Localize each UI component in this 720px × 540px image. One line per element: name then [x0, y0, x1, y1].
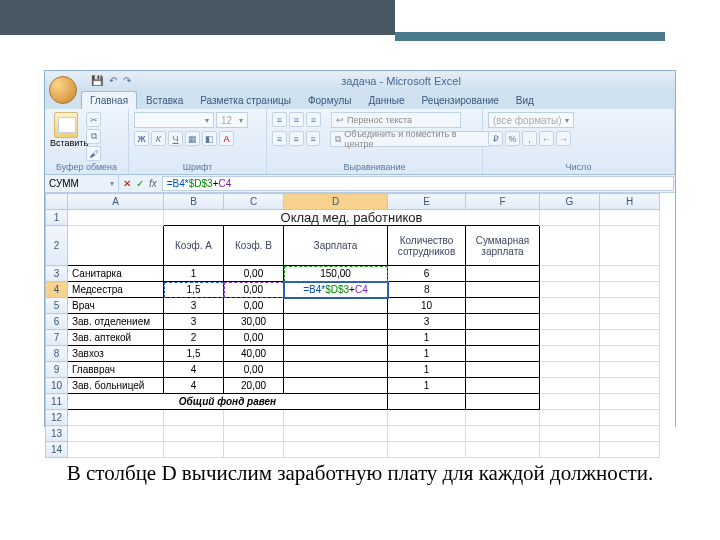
col-header-D[interactable]: D: [284, 194, 388, 210]
cell-salary: [284, 346, 388, 362]
office-button[interactable]: [49, 76, 77, 104]
tab-pagelayout[interactable]: Разметка страницы: [192, 92, 299, 109]
cancel-formula-icon[interactable]: ✕: [123, 178, 131, 189]
paste-button[interactable]: Вставить: [50, 112, 82, 148]
cell-count: 3: [388, 314, 466, 330]
cell-count: 1: [388, 330, 466, 346]
cell-coef-b: 0,00: [224, 282, 284, 298]
row-header-9[interactable]: 9: [46, 362, 68, 378]
titlebar: 💾 ↶ ↷ задача - Microsoft Excel: [45, 71, 675, 90]
percent-button[interactable]: %: [505, 131, 520, 146]
save-icon[interactable]: 💾: [91, 75, 103, 86]
wrap-text-button[interactable]: ↩Перенос текста: [331, 112, 461, 128]
border-button[interactable]: ▦: [185, 131, 200, 146]
tab-insert[interactable]: Вставка: [138, 92, 191, 109]
formula-input[interactable]: =B4*$D$3+C4: [162, 176, 674, 191]
clipboard-group-label: Буфер обмена: [50, 161, 123, 173]
row-header-2[interactable]: 2: [46, 226, 68, 266]
cell-sum: [466, 282, 540, 298]
align-top-button[interactable]: ≡: [272, 112, 287, 127]
cell-coef-a: 3: [164, 314, 224, 330]
underline-button[interactable]: Ч: [168, 131, 183, 146]
align-right-button[interactable]: ≡: [306, 131, 321, 146]
row-header-1[interactable]: 1: [46, 210, 68, 226]
cell-sum: [466, 298, 540, 314]
align-bot-button[interactable]: ≡: [306, 112, 321, 127]
row-header-3[interactable]: 3: [46, 266, 68, 282]
row-header-11[interactable]: 11: [46, 394, 68, 410]
currency-button[interactable]: ₽: [488, 131, 503, 146]
tab-view[interactable]: Вид: [508, 92, 542, 109]
row-header-13[interactable]: 13: [46, 426, 68, 442]
cell-name: Зав. аптекой: [68, 330, 164, 346]
dec-decimal-button[interactable]: →: [556, 131, 571, 146]
row-header-6[interactable]: 6: [46, 314, 68, 330]
cell-coef-b: 0,00: [224, 298, 284, 314]
cell-sum: [466, 314, 540, 330]
align-center-button[interactable]: ≡: [289, 131, 304, 146]
cell-coef-b: 40,00: [224, 346, 284, 362]
accept-formula-icon[interactable]: ✓: [136, 178, 144, 189]
cell-count: 8: [388, 282, 466, 298]
row-header-8[interactable]: 8: [46, 346, 68, 362]
cell-sum: [466, 346, 540, 362]
redo-icon[interactable]: ↷: [123, 75, 131, 86]
col-header-C[interactable]: C: [224, 194, 284, 210]
merge-icon: ⧉: [335, 134, 341, 145]
row-header-10[interactable]: 10: [46, 378, 68, 394]
cell-coef-a: 4: [164, 378, 224, 394]
tab-formulas[interactable]: Формулы: [300, 92, 360, 109]
cell-name: Зав. отделением: [68, 314, 164, 330]
cell-salary: [284, 298, 388, 314]
window-title: задача - Microsoft Excel: [131, 75, 671, 87]
font-size-combo[interactable]: 12▾: [216, 112, 248, 128]
row-header-7[interactable]: 7: [46, 330, 68, 346]
footer-label: Общий фонд равен: [68, 394, 388, 410]
font-name-combo[interactable]: ▾: [134, 112, 214, 128]
comma-button[interactable]: ,: [522, 131, 537, 146]
row-header-4[interactable]: 4: [46, 282, 68, 298]
spreadsheet-grid[interactable]: ABCDEFGH1Оклад мед. работников2Коэф. AКо…: [45, 193, 675, 458]
inc-decimal-button[interactable]: ←: [539, 131, 554, 146]
merge-center-button[interactable]: ⧉Объединить и поместить в центре: [330, 131, 491, 147]
tab-data[interactable]: Данные: [360, 92, 412, 109]
col-header-H[interactable]: H: [600, 194, 660, 210]
tab-review[interactable]: Рецензирование: [414, 92, 507, 109]
format-painter-button[interactable]: 🖌: [86, 146, 101, 161]
font-color-button[interactable]: A: [219, 131, 234, 146]
cut-button[interactable]: ✂: [86, 112, 101, 127]
row-header-12[interactable]: 12: [46, 410, 68, 426]
tab-home[interactable]: Главная: [81, 91, 137, 109]
align-left-button[interactable]: ≡: [272, 131, 287, 146]
col-header-F[interactable]: F: [466, 194, 540, 210]
cell-coef-a: 1,5: [164, 282, 224, 298]
header-cell: Коэф. B: [224, 226, 284, 266]
fx-icon[interactable]: fx: [149, 178, 157, 189]
header-cell: Коэф. A: [164, 226, 224, 266]
row-header-5[interactable]: 5: [46, 298, 68, 314]
cell-coef-a: 3: [164, 298, 224, 314]
header-cell: [68, 226, 164, 266]
cell-salary: [284, 362, 388, 378]
undo-icon[interactable]: ↶: [109, 75, 117, 86]
row-header-14[interactable]: 14: [46, 442, 68, 458]
name-box[interactable]: СУММ▾: [45, 175, 119, 192]
cell-salary: 150,00: [284, 266, 388, 282]
col-header-B[interactable]: B: [164, 194, 224, 210]
bold-button[interactable]: Ж: [134, 131, 149, 146]
cell-salary-editing[interactable]: =B4*$D$3+C4: [284, 282, 388, 298]
col-header-E[interactable]: E: [388, 194, 466, 210]
number-format-combo[interactable]: (все форматы)▾: [488, 112, 574, 128]
italic-button[interactable]: К: [151, 131, 166, 146]
align-mid-button[interactable]: ≡: [289, 112, 304, 127]
cell-coef-b: 30,00: [224, 314, 284, 330]
cell-name: Главврач: [68, 362, 164, 378]
col-header-A[interactable]: A: [68, 194, 164, 210]
header-cell: Суммарная зарплата: [466, 226, 540, 266]
cell-salary: [284, 378, 388, 394]
ribbon: Вставить ✂ ⧉ 🖌 Буфер обмена ▾ 12▾ Ж К: [45, 109, 675, 175]
copy-button[interactable]: ⧉: [86, 129, 101, 144]
col-header-G[interactable]: G: [540, 194, 600, 210]
fill-color-button[interactable]: ◧: [202, 131, 217, 146]
quick-access-toolbar[interactable]: 💾 ↶ ↷: [91, 75, 131, 86]
